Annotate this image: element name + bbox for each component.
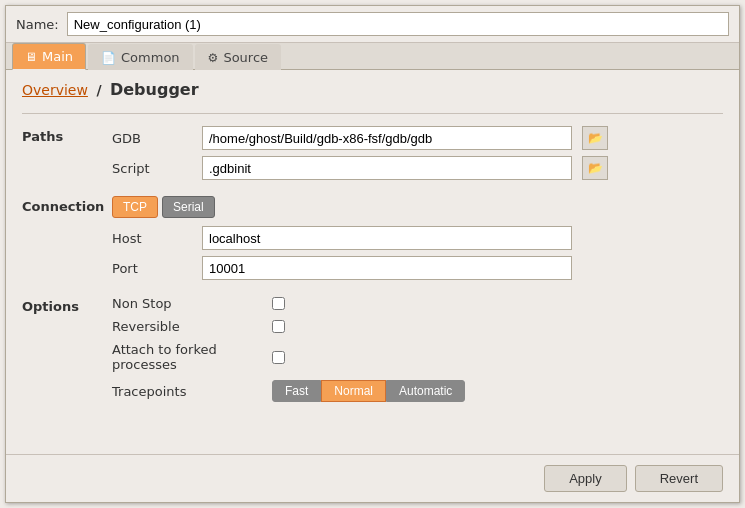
tab-source[interactable]: ⚙ Source xyxy=(195,44,281,70)
name-label: Name: xyxy=(16,17,59,32)
tracepoint-buttons: Fast Normal Automatic xyxy=(272,380,465,402)
source-tab-icon: ⚙ xyxy=(208,51,219,65)
reversible-checkbox[interactable] xyxy=(272,320,285,333)
paths-label: Paths xyxy=(22,126,112,144)
tracepoints-label: Tracepoints xyxy=(112,384,272,399)
paths-content: GDB 📂 Script 📂 xyxy=(112,126,723,186)
serial-button[interactable]: Serial xyxy=(162,196,215,218)
tab-common-label: Common xyxy=(121,50,180,65)
options-section: Options Non Stop Reversible Attach to fo… xyxy=(22,296,723,410)
connection-type-buttons: TCP Serial xyxy=(112,196,723,218)
port-label: Port xyxy=(112,261,192,276)
gdb-input[interactable] xyxy=(202,126,572,150)
paths-section: Paths GDB 📂 Script 📂 xyxy=(22,126,723,186)
name-bar: Name: xyxy=(6,6,739,43)
tp-fast-button[interactable]: Fast xyxy=(272,380,321,402)
script-input[interactable] xyxy=(202,156,572,180)
tab-main[interactable]: 🖥 Main xyxy=(12,43,86,70)
attach-label: Attach to forked processes xyxy=(112,342,272,372)
options-content: Non Stop Reversible Attach to forked pro… xyxy=(112,296,723,410)
port-row: Port xyxy=(112,256,723,280)
dialog: Name: 🖥 Main 📄 Common ⚙ Source Overview … xyxy=(5,5,740,503)
attach-row: Attach to forked processes xyxy=(112,342,723,372)
tp-automatic-button[interactable]: Automatic xyxy=(386,380,465,402)
attach-checkbox[interactable] xyxy=(272,351,285,364)
tab-main-label: Main xyxy=(42,49,73,64)
tp-normal-button[interactable]: Normal xyxy=(321,380,386,402)
non-stop-label: Non Stop xyxy=(112,296,272,311)
host-label: Host xyxy=(112,231,192,246)
options-label: Options xyxy=(22,296,112,314)
host-input[interactable] xyxy=(202,226,572,250)
tab-common[interactable]: 📄 Common xyxy=(88,44,193,70)
tab-source-label: Source xyxy=(223,50,268,65)
reversible-label: Reversible xyxy=(112,319,272,334)
header-divider xyxy=(22,113,723,114)
script-row: Script 📂 xyxy=(112,156,723,180)
apply-button[interactable]: Apply xyxy=(544,465,627,492)
gdb-browse-button[interactable]: 📂 xyxy=(582,126,608,150)
connection-label: Connection xyxy=(22,196,112,214)
breadcrumb-separator: / xyxy=(96,82,101,98)
breadcrumb-link[interactable]: Overview xyxy=(22,82,88,98)
revert-button[interactable]: Revert xyxy=(635,465,723,492)
footer: Apply Revert xyxy=(6,454,739,502)
breadcrumb-current: Debugger xyxy=(110,80,199,99)
connection-content: TCP Serial Host Port xyxy=(112,196,723,286)
non-stop-row: Non Stop xyxy=(112,296,723,311)
tabs-bar: 🖥 Main 📄 Common ⚙ Source xyxy=(6,43,739,70)
script-label: Script xyxy=(112,161,192,176)
tracepoints-row: Tracepoints Fast Normal Automatic xyxy=(112,380,723,402)
gdb-label: GDB xyxy=(112,131,192,146)
breadcrumb: Overview / Debugger xyxy=(22,80,723,99)
name-input[interactable] xyxy=(67,12,729,36)
script-browse-button[interactable]: 📂 xyxy=(582,156,608,180)
port-input[interactable] xyxy=(202,256,572,280)
gdb-row: GDB 📂 xyxy=(112,126,723,150)
content-area: Overview / Debugger Paths GDB 📂 Script 📂 xyxy=(6,70,739,454)
connection-section: Connection TCP Serial Host Port xyxy=(22,196,723,286)
non-stop-checkbox[interactable] xyxy=(272,297,285,310)
reversible-row: Reversible xyxy=(112,319,723,334)
tcp-button[interactable]: TCP xyxy=(112,196,158,218)
main-tab-icon: 🖥 xyxy=(25,50,37,64)
common-tab-icon: 📄 xyxy=(101,51,116,65)
host-row: Host xyxy=(112,226,723,250)
